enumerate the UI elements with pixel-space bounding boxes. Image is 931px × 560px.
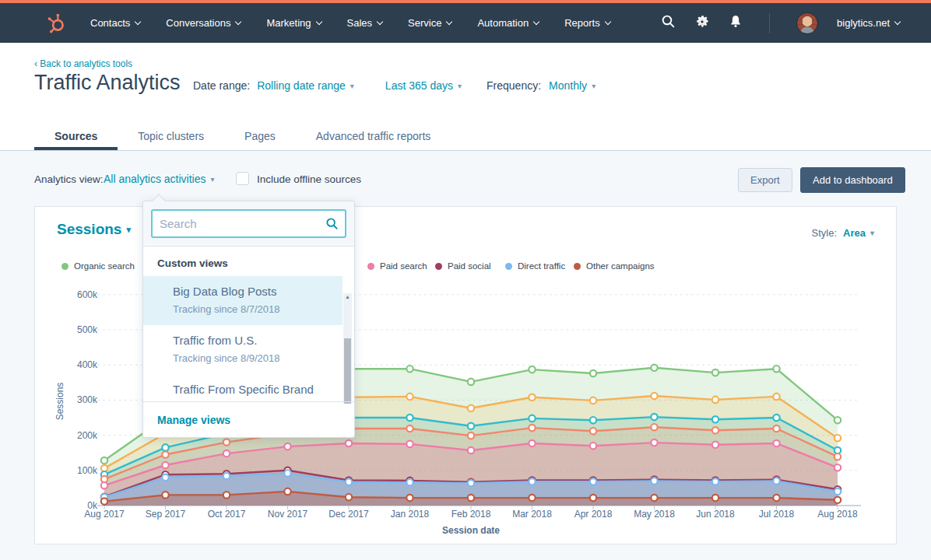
view-search-input[interactable] bbox=[151, 209, 346, 238]
legend-label: Paid social bbox=[448, 261, 491, 271]
svg-text:Jan 2018: Jan 2018 bbox=[391, 509, 430, 520]
svg-text:300k: 300k bbox=[77, 394, 98, 405]
svg-text:Sessions: Sessions bbox=[54, 383, 65, 421]
legend-label: Paid search bbox=[380, 261, 427, 271]
chart-style-row: Style: Area▾ bbox=[812, 227, 874, 239]
account-menu[interactable]: biglytics.net bbox=[837, 17, 900, 29]
svg-text:Session date: Session date bbox=[442, 525, 500, 536]
custom-views-list: Custom views Big Data Blog PostsTracking… bbox=[143, 247, 354, 404]
search-icon[interactable] bbox=[661, 14, 676, 32]
date-range-value-dropdown[interactable]: Last 365 days▾ bbox=[385, 79, 462, 92]
legend-item-direct-traffic[interactable]: Direct traffic bbox=[505, 261, 565, 271]
nav-menu-reports[interactable]: Reports bbox=[564, 17, 610, 29]
chevron-down-icon bbox=[315, 19, 321, 25]
add-to-dashboard-button[interactable]: Add to dashboard bbox=[800, 167, 905, 193]
svg-text:500k: 500k bbox=[77, 324, 98, 335]
legend-label: Organic search bbox=[74, 261, 135, 271]
nav-menu-sales[interactable]: Sales bbox=[347, 17, 383, 29]
date-range-type-dropdown[interactable]: Rolling date range▾ bbox=[257, 79, 354, 92]
scroll-up-icon[interactable]: ▲ bbox=[343, 294, 352, 299]
view-item-subtitle: Tracking since 8/7/2018 bbox=[173, 303, 335, 315]
svg-text:Nov 2017: Nov 2017 bbox=[268, 509, 308, 520]
caret-down-icon: ▾ bbox=[126, 225, 131, 235]
svg-text:Dec 2017: Dec 2017 bbox=[328, 509, 369, 520]
svg-text:Aug 2017: Aug 2017 bbox=[84, 509, 125, 520]
hubspot-logo-icon[interactable] bbox=[45, 12, 67, 34]
search-icon[interactable] bbox=[325, 217, 339, 233]
chevron-down-icon bbox=[446, 19, 452, 25]
caret-down-icon: ▾ bbox=[592, 82, 595, 90]
caret-down-icon: ▾ bbox=[211, 175, 215, 184]
tab-advanced-traffic-reports[interactable]: Advanced traffic reports bbox=[296, 121, 451, 150]
settings-gear-icon[interactable] bbox=[694, 14, 710, 33]
legend-dot-icon bbox=[435, 263, 442, 270]
include-offline-sources-checkbox[interactable] bbox=[236, 172, 249, 185]
svg-text:Feb 2018: Feb 2018 bbox=[451, 509, 491, 520]
view-item-subtitle: Tracking since 8/9/2018 bbox=[173, 352, 335, 364]
nav-menu-automation[interactable]: Automation bbox=[477, 17, 539, 29]
svg-text:Aug 2018: Aug 2018 bbox=[817, 509, 858, 520]
nav-menu-label: Sales bbox=[347, 17, 373, 29]
legend-dot-icon bbox=[367, 263, 374, 270]
export-button[interactable]: Export bbox=[738, 168, 792, 192]
nav-menu-label: Automation bbox=[477, 17, 529, 29]
frequency-label: Frequency: bbox=[487, 79, 541, 92]
nav-right-group: biglytics.net bbox=[661, 12, 900, 34]
tab-topic-clusters[interactable]: Topic clusters bbox=[118, 121, 224, 150]
legend-dot-icon bbox=[574, 263, 581, 270]
tab-pages[interactable]: Pages bbox=[224, 121, 296, 150]
nav-menu-group: ContactsConversationsMarketingSalesServi… bbox=[90, 17, 636, 29]
svg-text:400k: 400k bbox=[77, 359, 98, 370]
frequency-dropdown[interactable]: Monthly▾ bbox=[549, 79, 595, 92]
notifications-bell-icon[interactable] bbox=[729, 14, 743, 32]
user-avatar[interactable] bbox=[796, 12, 818, 34]
svg-text:Mar 2018: Mar 2018 bbox=[512, 509, 552, 520]
legend-label: Other campaigns bbox=[586, 261, 655, 271]
legend-item-organic-search[interactable]: Organic search bbox=[61, 261, 135, 271]
chevron-down-icon bbox=[377, 19, 383, 25]
nav-menu-service[interactable]: Service bbox=[408, 17, 451, 29]
nav-menu-label: Contacts bbox=[90, 17, 130, 29]
view-item-traffic-from-specific-brand[interactable]: Traffic From Specific BrandTracking sinc… bbox=[143, 374, 343, 404]
chevron-down-icon bbox=[235, 19, 241, 25]
main-navigation: ContactsConversationsMarketingSalesServi… bbox=[0, 3, 931, 43]
legend-item-paid-social[interactable]: Paid social bbox=[435, 261, 491, 271]
back-to-analytics-link[interactable]: ‹ Back to analytics tools bbox=[34, 58, 132, 69]
nav-menu-conversations[interactable]: Conversations bbox=[166, 17, 241, 29]
nav-menu-contacts[interactable]: Contacts bbox=[90, 17, 140, 29]
dropdown-footer: Manage views bbox=[143, 401, 354, 437]
legend-item-paid-search[interactable]: Paid search bbox=[367, 261, 427, 271]
metric-dropdown[interactable]: Sessions▾ bbox=[57, 221, 131, 238]
nav-menu-marketing[interactable]: Marketing bbox=[266, 17, 321, 29]
analytics-view-label: Analytics view: bbox=[34, 173, 104, 185]
nav-menu-label: Reports bbox=[564, 17, 600, 29]
chevron-down-icon bbox=[894, 19, 901, 25]
svg-text:600k: 600k bbox=[77, 289, 98, 300]
svg-text:Jun 2018: Jun 2018 bbox=[696, 509, 735, 520]
view-search-wrap bbox=[143, 201, 354, 247]
style-dropdown[interactable]: Area▾ bbox=[843, 227, 874, 239]
chevron-down-icon bbox=[533, 19, 539, 25]
date-range-row: Date range: Rolling date range▾ Last 365… bbox=[193, 79, 595, 92]
svg-text:100k: 100k bbox=[77, 465, 98, 476]
account-name: biglytics.net bbox=[837, 17, 890, 29]
legend-dot-icon bbox=[61, 263, 69, 270]
caret-down-icon: ▾ bbox=[350, 82, 354, 90]
analytics-view-dropdown[interactable]: All analytics activities▾ bbox=[104, 173, 215, 185]
legend-item-other-campaigns[interactable]: Other campaigns bbox=[574, 261, 655, 271]
manage-views-link[interactable]: Manage views bbox=[157, 414, 230, 426]
tab-bar: SourcesTopic clustersPagesAdvanced traff… bbox=[34, 121, 451, 150]
svg-text:May 2018: May 2018 bbox=[634, 509, 675, 520]
scrollbar-thumb[interactable] bbox=[344, 338, 351, 404]
caret-down-icon: ▾ bbox=[870, 229, 874, 237]
dropdown-scrollbar[interactable]: ▲ ▼ bbox=[343, 293, 352, 404]
date-range-label: Date range: bbox=[193, 79, 250, 92]
chevron-down-icon bbox=[604, 19, 610, 25]
view-item-traffic-from-u-s-[interactable]: Traffic from U.S.Tracking since 8/9/2018 bbox=[143, 325, 343, 374]
view-item-big-data-blog-posts[interactable]: Big Data Blog PostsTracking since 8/7/20… bbox=[143, 276, 343, 325]
svg-text:Oct 2017: Oct 2017 bbox=[208, 509, 246, 520]
legend-dot-icon bbox=[505, 263, 512, 270]
svg-text:Sep 2017: Sep 2017 bbox=[146, 509, 186, 520]
tab-sources[interactable]: Sources bbox=[34, 121, 118, 150]
view-item-title: Traffic From Specific Brand bbox=[173, 383, 335, 396]
